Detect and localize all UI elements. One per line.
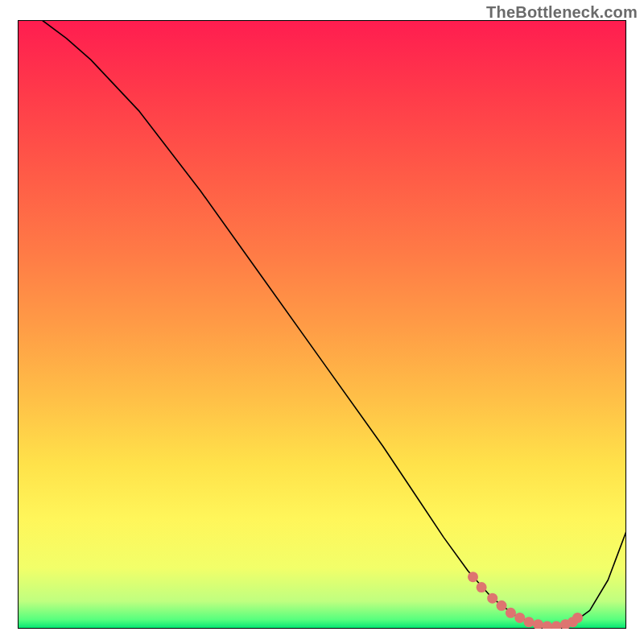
valley-marker [477, 582, 487, 592]
plot-area [18, 20, 626, 629]
valley-marker [468, 572, 478, 582]
chart-svg [18, 20, 626, 629]
valley-marker [497, 601, 507, 611]
watermark-text: TheBottleneck.com [486, 3, 638, 22]
valley-marker [572, 613, 583, 623]
valley-marker [524, 617, 535, 627]
valley-marker [487, 593, 497, 604]
gradient-background [18, 20, 626, 629]
valley-marker [506, 608, 516, 618]
chart-stage: TheBottleneck.com [0, 0, 644, 644]
valley-marker [514, 613, 525, 623]
